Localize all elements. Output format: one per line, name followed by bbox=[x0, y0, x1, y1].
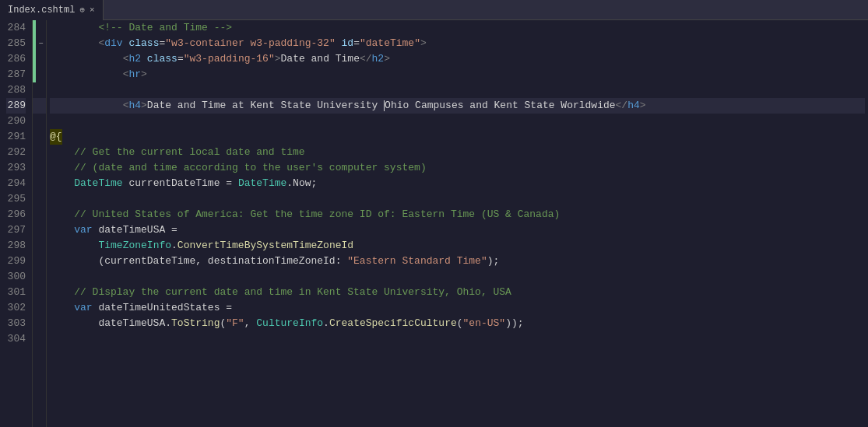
code-line[interactable]: <!-- Date and Time --> bbox=[50, 20, 865, 36]
line-number: 302 bbox=[6, 300, 26, 316]
collapse-arrow bbox=[36, 207, 46, 222]
gutter-row bbox=[33, 114, 46, 129]
code-line[interactable]: TimeZoneInfo.ConvertTimeBySystemTimeZone… bbox=[50, 238, 865, 254]
token-method: ConvertTimeBySystemTimeZoneId bbox=[177, 238, 353, 254]
token-plain: dateTimeUSA = bbox=[93, 222, 177, 238]
collapse-arrow bbox=[36, 20, 46, 36]
collapse-arrow bbox=[36, 300, 46, 316]
collapse-arrow bbox=[36, 51, 46, 67]
collapse-arrow bbox=[36, 222, 46, 238]
code-line[interactable]: <div class="w3-container w3-padding-32" … bbox=[50, 36, 865, 51]
line-number: 290 bbox=[6, 114, 26, 129]
tab-bar: Index.cshtml ⊕ × bbox=[0, 0, 868, 20]
code-line[interactable]: DateTime currentDateTime = DateTime.Now; bbox=[50, 176, 865, 191]
line-number: 301 bbox=[6, 285, 26, 300]
line-number: 303 bbox=[6, 316, 26, 331]
token-plain: Ohio Campuses and Kent State Worldwide bbox=[385, 98, 615, 114]
token-type: CultureInfo bbox=[256, 316, 323, 331]
code-line[interactable]: // Get the current local date and time bbox=[50, 145, 865, 160]
gutter-row bbox=[33, 145, 46, 160]
line-number: 292 bbox=[6, 145, 26, 160]
code-line[interactable]: // Display the current date and time in … bbox=[50, 285, 865, 300]
token-plain bbox=[336, 36, 342, 51]
token-type: DateTime bbox=[238, 176, 286, 191]
token-html-bracket: > bbox=[141, 67, 147, 82]
collapse-arrow[interactable]: − bbox=[36, 36, 46, 51]
token-html-tag: div bbox=[104, 36, 122, 51]
gutter-row bbox=[33, 222, 46, 238]
collapse-arrow bbox=[36, 114, 46, 129]
code-line[interactable] bbox=[50, 114, 865, 129]
token-plain: )); bbox=[505, 316, 523, 331]
collapse-arrow bbox=[36, 238, 46, 254]
token-html-bracket: < bbox=[123, 67, 129, 82]
gutter-row bbox=[33, 300, 46, 316]
line-number: 297 bbox=[6, 222, 26, 238]
line-number: 285 bbox=[6, 36, 26, 51]
token-plain bbox=[50, 300, 74, 316]
token-type: TimeZoneInfo bbox=[98, 238, 171, 254]
token-plain: = bbox=[177, 51, 184, 67]
collapse-arrow bbox=[36, 129, 46, 145]
gutter-column: − bbox=[33, 20, 47, 427]
code-line[interactable] bbox=[50, 269, 865, 285]
code-line[interactable]: var dateTimeUnitedStates = bbox=[50, 300, 865, 316]
line-number: 286 bbox=[6, 51, 26, 67]
token-comment: // Get the current local date and time bbox=[50, 145, 305, 160]
token-plain bbox=[50, 36, 98, 51]
line-numbers-column: 2842852862872882892902912922932942952962… bbox=[0, 20, 33, 427]
code-line[interactable]: // (date and time according to the user'… bbox=[50, 160, 865, 176]
token-plain: dateTimeUnitedStates = bbox=[93, 300, 232, 316]
gutter-row bbox=[33, 207, 46, 222]
token-html-tag: hr bbox=[128, 67, 141, 82]
line-number: 289 bbox=[6, 98, 26, 114]
gutter-row bbox=[33, 98, 46, 114]
code-line[interactable]: <hr> bbox=[50, 67, 865, 82]
tab-pin-icon: ⊕ bbox=[79, 5, 85, 15]
code-line[interactable]: (currentDateTime, destinationTimeZoneId:… bbox=[50, 254, 865, 269]
code-line[interactable]: <h2 class="w3-padding-16">Date and Time<… bbox=[50, 51, 865, 67]
code-line[interactable] bbox=[50, 331, 865, 347]
token-plain: . bbox=[171, 238, 177, 254]
gutter-row bbox=[33, 20, 46, 36]
line-number: 298 bbox=[6, 238, 26, 254]
token-html-str: "w3-padding-16" bbox=[184, 51, 275, 67]
gutter-row bbox=[33, 67, 46, 82]
token-plain bbox=[141, 51, 147, 67]
collapse-arrow bbox=[36, 98, 46, 114]
tab-close-button[interactable]: × bbox=[90, 5, 95, 15]
token-html-attr: class bbox=[147, 51, 177, 67]
token-plain bbox=[50, 238, 98, 254]
code-line[interactable]: <h4>Date and Time at Kent State Universi… bbox=[50, 98, 865, 114]
token-plain: .Now; bbox=[286, 176, 317, 191]
code-line[interactable]: var dateTimeUSA = bbox=[50, 222, 865, 238]
gutter-row bbox=[33, 238, 46, 254]
collapse-arrow bbox=[36, 145, 46, 160]
token-html-tag: h4 bbox=[128, 98, 141, 114]
token-html-tag: h2 bbox=[128, 51, 141, 67]
token-str: "en-US" bbox=[463, 316, 506, 331]
token-razor: @{ bbox=[50, 129, 62, 145]
collapse-arrow bbox=[36, 160, 46, 176]
token-str: "Eastern Standard Time" bbox=[347, 254, 487, 269]
token-html-bracket: < bbox=[123, 98, 129, 114]
gutter-row bbox=[33, 316, 46, 331]
token-method: ToString bbox=[171, 316, 220, 331]
token-comment: // Display the current date and time in … bbox=[50, 285, 511, 300]
line-number: 284 bbox=[6, 20, 26, 36]
code-editor[interactable]: <!-- Date and Time --> <div class="w3-co… bbox=[47, 20, 868, 427]
token-html-str: "dateTime" bbox=[360, 36, 420, 51]
collapse-arrow bbox=[36, 331, 46, 347]
gutter-row bbox=[33, 269, 46, 285]
code-line[interactable]: // United States of America: Get the tim… bbox=[50, 207, 865, 222]
collapse-arrow bbox=[36, 316, 46, 331]
code-line[interactable]: @{ bbox=[50, 129, 865, 145]
code-line[interactable] bbox=[50, 82, 865, 98]
line-number: 294 bbox=[6, 176, 26, 191]
code-line[interactable]: dateTimeUSA.ToString("F", CultureInfo.Cr… bbox=[50, 316, 865, 331]
token-plain: ); bbox=[487, 254, 500, 269]
token-html-attr: class bbox=[128, 36, 159, 51]
active-tab[interactable]: Index.cshtml ⊕ × bbox=[0, 0, 104, 20]
token-plain: (currentDateTime, destinationTimeZoneId: bbox=[50, 254, 347, 269]
code-line[interactable] bbox=[50, 191, 865, 207]
